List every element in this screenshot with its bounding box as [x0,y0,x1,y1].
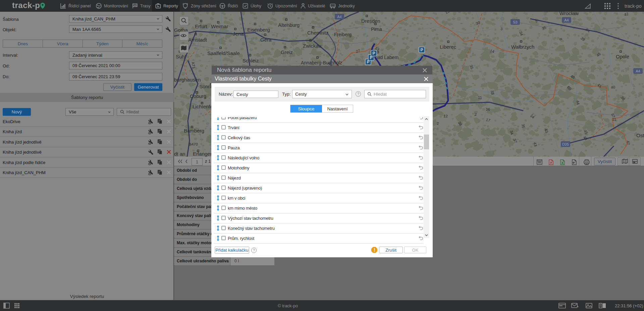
svg-text:Weimar: Weimar [211,23,228,29]
svg-text:Erfurt: Erfurt [195,23,208,29]
svg-text:5: 5 [535,19,537,23]
svg-text:Ostra: Ostra [636,133,644,138]
svg-text:nad Labem: nad Labem [375,55,398,60]
svg-text:B470: B470 [189,142,198,146]
svg-text:3: 3 [500,27,502,31]
svg-text:S3: S3 [513,20,517,24]
svg-text:A4: A4 [564,18,569,22]
svg-text:Erlangen: Erlangen [193,151,213,157]
svg-text:Jena: Jena [233,31,244,37]
svg-text:Wałbrzych: Wałbrzych [511,44,534,50]
svg-text:Coburg: Coburg [190,93,206,99]
svg-text:Pirna: Pirna [371,27,382,32]
svg-text:dt an: dt an [174,151,185,157]
svg-text:12: 12 [443,114,448,118]
svg-text:P: P [420,48,423,52]
svg-text:A4: A4 [337,15,341,19]
svg-text:Suhl: Suhl [176,54,186,59]
svg-text:Freiberg: Freiberg [334,32,352,37]
svg-text:Arnstadt: Arnstadt [188,37,207,43]
svg-text:35: 35 [521,123,526,128]
svg-text:Dresden: Dresden [361,18,380,24]
svg-text:36: 36 [486,107,490,111]
svg-text:Bamberg: Bamberg [184,128,204,134]
svg-text:burghausen: burghausen [174,77,201,83]
svg-text:Chemnitz: Chemnitz [307,30,328,36]
svg-text:D35: D35 [562,142,569,146]
svg-text:Liberec: Liberec [440,44,457,50]
svg-text:Annaberg-Buchholz: Annaberg-Buchholz [301,60,342,65]
svg-text:Greiz: Greiz [281,49,293,55]
svg-text:Gera: Gera [260,37,272,43]
svg-text:33: 33 [490,90,495,95]
svg-text:Schleiz: Schleiz [243,58,259,63]
svg-text:2: 2 [437,121,439,125]
svg-text:Wrocław: Wrocław [559,12,579,16]
svg-text:Eisenberg: Eisenberg [247,27,270,33]
svg-text:A4: A4 [636,69,640,73]
svg-text:Saalfeld/Saale: Saalfeld/Saale [207,50,240,56]
svg-text:11: 11 [612,117,616,121]
svg-text:40: 40 [610,85,615,90]
svg-text:47: 47 [626,140,631,145]
svg-text:Altenburg: Altenburg [278,22,300,28]
svg-text:11: 11 [478,96,482,100]
svg-text:Opole: Opole [616,54,629,59]
svg-text:Zwickau: Zwickau [303,43,321,49]
svg-text:2: 2 [475,112,477,116]
svg-text:P: P [372,51,375,56]
